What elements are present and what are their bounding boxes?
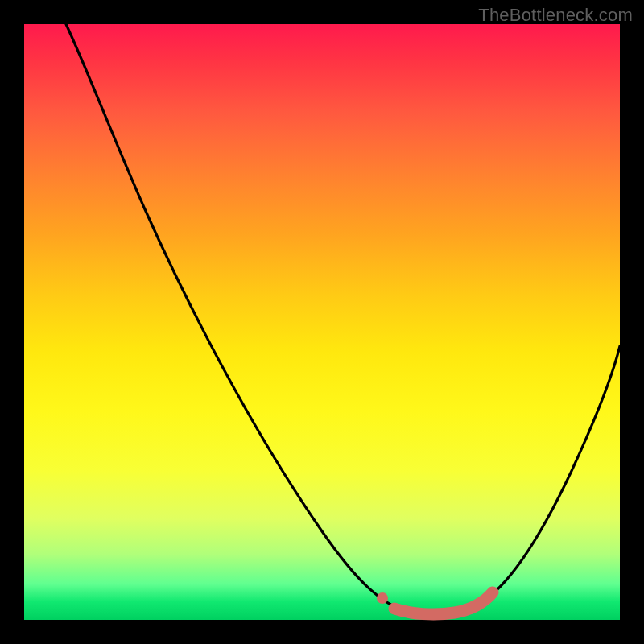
optimal-marker-segment <box>394 592 493 614</box>
bottleneck-curve-line <box>66 24 620 614</box>
chart-svg <box>24 24 620 620</box>
watermark-text: TheBottleneck.com <box>478 5 633 26</box>
optimal-marker-dot-left <box>377 592 388 604</box>
chart-frame: TheBottleneck.com <box>0 0 644 644</box>
